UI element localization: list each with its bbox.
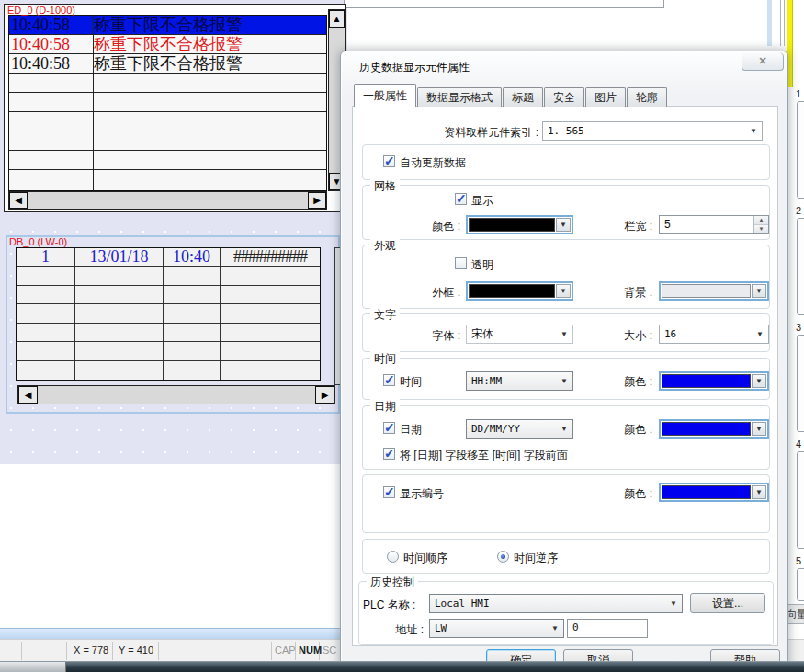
font-select[interactable]: 宋体 ▼ bbox=[466, 325, 573, 344]
time-group-title: 时间 bbox=[370, 351, 400, 367]
table-row[interactable]: 10:40:58 称重下限不合格报警 bbox=[9, 54, 326, 74]
table-cell-empty bbox=[17, 361, 75, 380]
sampling-index-value: 1. 565 bbox=[548, 125, 584, 137]
scroll-right-icon[interactable]: ▶ bbox=[308, 192, 326, 209]
scroll-left-icon[interactable]: ◀ bbox=[18, 386, 38, 404]
grid-group: 网格 显示 颜色 : ▼ 栏宽 : 5 ▲▼ bbox=[362, 185, 770, 240]
date-group-title: 日期 bbox=[370, 399, 400, 415]
chevron-down-icon[interactable]: ▼ bbox=[556, 218, 571, 232]
scroll-left-icon[interactable]: ◀ bbox=[9, 192, 28, 209]
date-group: 日期 日期 DD/MM/YY ▼ 颜色 : ▼ 将 [日期] 字段移至 [时间]… bbox=[362, 405, 770, 470]
scrollbar-track[interactable] bbox=[28, 192, 308, 209]
address-type-select[interactable]: LW ▼ bbox=[429, 619, 564, 638]
scroll-right-icon[interactable]: ▶ bbox=[315, 386, 334, 404]
date-format-select[interactable]: DD/MM/YY ▼ bbox=[466, 419, 573, 439]
canvas-hscrollbar[interactable] bbox=[0, 628, 345, 639]
address-type-value: LW bbox=[435, 622, 447, 634]
side-panel-box bbox=[797, 101, 804, 199]
font-label: 字体 : bbox=[372, 328, 460, 344]
chevron-down-icon: ▼ bbox=[561, 425, 572, 433]
chevron-down-icon[interactable]: ▼ bbox=[752, 422, 766, 436]
col-width-stepper[interactable]: 5 ▲▼ bbox=[659, 215, 769, 234]
transparent-checkbox[interactable] bbox=[455, 257, 467, 269]
side-panel-box bbox=[797, 568, 804, 601]
size-select[interactable]: 16 ▼ bbox=[659, 325, 769, 344]
text-group: 文字 字体 : 宋体 ▼ 大小 : 16 ▼ bbox=[362, 313, 770, 352]
tab-picture[interactable]: 图片 bbox=[585, 87, 626, 107]
background-color-select[interactable]: ▼ bbox=[659, 281, 769, 301]
stepper-buttons[interactable]: ▲▼ bbox=[753, 216, 768, 233]
settings-button[interactable]: 设置... bbox=[690, 593, 765, 613]
history-data-display-element[interactable]: DB_0 (LW-0) 1 13/01/18 10:40 ########## … bbox=[6, 235, 340, 414]
chevron-down-icon[interactable]: ▼ bbox=[752, 284, 766, 298]
date-before-time-checkbox[interactable] bbox=[383, 448, 395, 460]
data-table-hscrollbar[interactable]: ◀ ▶ bbox=[17, 385, 335, 404]
table-row-empty bbox=[9, 170, 326, 190]
side-panel-button[interactable]: 向量 bbox=[786, 604, 804, 624]
grid-show-checkbox[interactable] bbox=[455, 193, 467, 205]
event-message: 称重下限不合格报警 bbox=[94, 16, 326, 34]
frame-color-select[interactable]: ▼ bbox=[466, 281, 573, 301]
sequence-no-box: 显示编号 颜色 : ▼ bbox=[362, 474, 770, 533]
taskbar[interactable] bbox=[0, 661, 804, 672]
event-time: 10:40:58 bbox=[9, 16, 94, 34]
tab-title[interactable]: 标题 bbox=[503, 87, 543, 107]
chevron-down-icon[interactable]: ▼ bbox=[556, 284, 571, 298]
side-panel-item-number: 5 bbox=[796, 555, 801, 566]
time-format-select[interactable]: HH:MM ▼ bbox=[466, 371, 573, 391]
grid-color-label: 颜色 : bbox=[372, 219, 460, 234]
auto-update-label: 自动更新数据 bbox=[400, 155, 466, 171]
history-control-group: 历史控制 PLC 名称 : Local HMI ▼ 设置... 地址 : LW … bbox=[358, 581, 774, 645]
event-display-element[interactable]: ED_0 (D-1000) 10:40:58 称重下限不合格报警 10:40:5… bbox=[4, 4, 346, 212]
chevron-down-icon: ▼ bbox=[561, 330, 572, 338]
frame-color-label: 外框 : bbox=[372, 285, 460, 301]
time-ascending-label: 时间顺序 bbox=[403, 551, 447, 566]
history-data-table: 1 13/01/18 10:40 ########## bbox=[16, 247, 321, 381]
time-descending-radio[interactable] bbox=[497, 551, 509, 563]
address-label: 地址 : bbox=[363, 622, 424, 638]
tab-page-general: 资料取样元件索引 : 1. 565 ▼ 自动更新数据 网格 显示 颜色 : ▼ bbox=[352, 106, 778, 646]
sampling-index-label: 资料取样元件索引 : bbox=[353, 125, 538, 141]
plc-name-select[interactable]: Local HMI ▼ bbox=[429, 594, 683, 613]
font-value: 宋体 bbox=[471, 326, 493, 342]
scroll-up-icon[interactable]: ▲ bbox=[329, 10, 345, 28]
tab-general[interactable]: 一般属性 bbox=[354, 84, 416, 107]
sequence-color-select[interactable]: ▼ bbox=[659, 483, 769, 502]
time-ascending-radio[interactable] bbox=[387, 551, 399, 563]
plc-name-label: PLC 名称 : bbox=[363, 598, 415, 613]
tab-data-format[interactable]: 数据显示格式 bbox=[417, 87, 502, 107]
time-format-value: HH:MM bbox=[471, 375, 502, 387]
sampling-index-select[interactable]: 1. 565 ▼ bbox=[542, 121, 763, 141]
sequence-no-checkbox[interactable] bbox=[383, 486, 395, 498]
date-color-select[interactable]: ▼ bbox=[659, 419, 769, 439]
auto-update-checkbox[interactable] bbox=[383, 155, 395, 167]
date-before-time-label: 将 [日期] 字段移至 [时间] 字段前面 bbox=[400, 448, 568, 463]
time-checkbox[interactable] bbox=[383, 374, 395, 386]
background-strip bbox=[767, 0, 772, 46]
table-row[interactable]: 10:40:58 称重下限不合格报警 bbox=[9, 16, 326, 35]
event-table-hscrollbar[interactable]: ◀ ▶ bbox=[8, 191, 327, 210]
capslock-indicator: CAP bbox=[275, 644, 296, 655]
address-input[interactable]: 0 bbox=[567, 619, 648, 638]
frame-color-swatch bbox=[469, 284, 555, 298]
table-row[interactable]: 10:40:58 称重下限不合格报警 bbox=[9, 35, 326, 54]
table-cell-empty bbox=[17, 304, 75, 323]
table-cell-empty bbox=[17, 286, 75, 304]
event-table: 10:40:58 称重下限不合格报警 10:40:58 称重下限不合格报警 10… bbox=[8, 15, 327, 191]
chevron-down-icon[interactable]: ▼ bbox=[752, 374, 766, 388]
tab-profile[interactable]: 轮廓 bbox=[627, 87, 667, 107]
cursor-x-coordinate: X = 778 bbox=[74, 644, 108, 655]
chevron-down-icon[interactable]: ▼ bbox=[752, 485, 766, 499]
grid-color-select[interactable]: ▼ bbox=[466, 215, 573, 234]
tab-security[interactable]: 安全 bbox=[544, 87, 584, 107]
close-icon[interactable]: ✕ bbox=[742, 52, 784, 71]
table-row-empty bbox=[9, 93, 326, 112]
date-format-value: DD/MM/YY bbox=[471, 423, 520, 435]
date-checkbox[interactable] bbox=[383, 422, 395, 434]
row-index: 1 bbox=[17, 248, 75, 267]
taskbar-start-zone[interactable] bbox=[0, 662, 66, 672]
scrollbar-track[interactable] bbox=[38, 386, 315, 404]
row-value: ########## bbox=[221, 248, 320, 267]
time-color-select[interactable]: ▼ bbox=[659, 371, 769, 391]
table-row-empty bbox=[9, 131, 326, 151]
